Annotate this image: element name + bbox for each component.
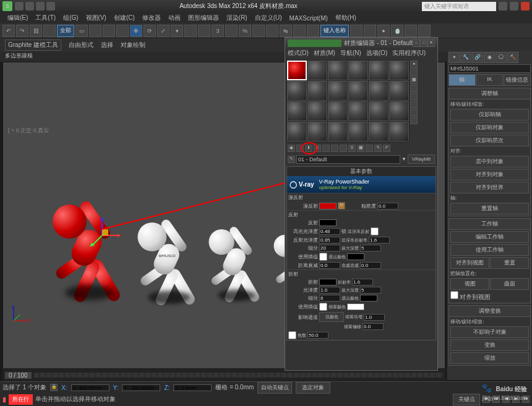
mat-dropdown-icon[interactable]: ▼: [401, 156, 406, 162]
goto-start-icon[interactable]: ⏮: [492, 395, 500, 403]
menu-graph-editors[interactable]: 图形编辑器: [186, 14, 221, 22]
options-icon[interactable]: [410, 109, 418, 116]
material-editor-titlebar[interactable]: 材质编辑器 - 01 - Default – □ ✕: [285, 38, 437, 49]
material-slot[interactable]: [287, 101, 307, 121]
fog-bias-spinner[interactable]: [363, 323, 384, 330]
select-by-name-button[interactable]: [89, 25, 101, 37]
percent-snap-button[interactable]: %: [239, 25, 251, 37]
coord-y-input[interactable]: [122, 384, 160, 391]
material-editor-button[interactable]: ●: [377, 25, 390, 37]
align-to-world-button[interactable]: 对齐到世界: [450, 182, 529, 193]
material-slot[interactable]: [389, 122, 409, 142]
menu-animation[interactable]: 动画: [166, 14, 183, 22]
put-to-library-icon[interactable]: [340, 145, 347, 152]
mat-minimize-button[interactable]: –: [413, 40, 420, 47]
affect-pivot-only-button[interactable]: 仅影响轴: [450, 109, 529, 121]
adjust-transform-rollout[interactable]: 调整变换: [449, 306, 530, 317]
mat-menu-navigation[interactable]: 导航(N): [340, 49, 361, 59]
snap-toggle-button[interactable]: 3: [212, 25, 224, 37]
align-to-view-checkbox[interactable]: [450, 291, 458, 299]
qat-redo-icon[interactable]: [46, 2, 55, 11]
render-frame-button[interactable]: [405, 25, 417, 37]
curve-editor-button[interactable]: [350, 25, 363, 37]
reset-pivot-button[interactable]: 重置轴: [450, 203, 529, 214]
material-slot[interactable]: [287, 122, 307, 142]
utilities-tab-icon[interactable]: 🔨: [507, 52, 518, 63]
material-slot[interactable]: [389, 61, 409, 80]
mat-menu-modes[interactable]: 模式(D): [288, 49, 309, 59]
mat-menu-utilities[interactable]: 实用程序(U): [392, 49, 426, 59]
refract-color-swatch[interactable]: [319, 279, 337, 285]
diffuse-color-swatch[interactable]: [319, 203, 337, 209]
menu-group[interactable]: 组(G): [61, 14, 80, 22]
fog-mult-spinner[interactable]: [364, 314, 385, 321]
menu-rendering[interactable]: 渲染(R): [224, 14, 250, 22]
show-end-result-icon[interactable]: [366, 145, 373, 152]
link-button[interactable]: ⛓: [30, 25, 42, 37]
material-slot[interactable]: [369, 122, 388, 142]
affect-hierarchy-button[interactable]: 仅影响层次: [450, 135, 529, 146]
background-icon[interactable]: ▦: [410, 77, 418, 84]
selection-filter-dropdown[interactable]: 全部: [57, 25, 74, 37]
pick-material-icon[interactable]: ✎: [288, 156, 295, 163]
center-to-object-button[interactable]: 居中到对象: [450, 156, 529, 167]
use-interp2-checkbox[interactable]: [319, 303, 327, 311]
material-slot[interactable]: [328, 101, 348, 121]
surface-button[interactable]: 曲面: [490, 278, 529, 290]
menu-create[interactable]: 创建(C): [111, 14, 137, 22]
diffuse-map-button[interactable]: M: [338, 202, 345, 209]
abbe-checkbox[interactable]: [288, 331, 296, 339]
ior-spinner[interactable]: [352, 279, 373, 285]
mat-maximize-button[interactable]: □: [420, 40, 427, 47]
roughness-spinner[interactable]: [377, 203, 398, 209]
menu-help[interactable]: 帮助(H): [333, 14, 359, 22]
goto-end-icon[interactable]: ⏭: [522, 395, 530, 403]
material-editor-window[interactable]: 材质编辑器 - 01 - Default – □ ✕ 模式(D) 材质(M) 导…: [285, 37, 438, 371]
hierarchy-tab-icon[interactable]: 🔗: [472, 52, 483, 63]
help-search-input[interactable]: 键入关键字或短语: [422, 2, 496, 11]
ribbon-tab-freeform[interactable]: 自由形式: [69, 41, 93, 49]
coord-x-input[interactable]: [71, 384, 109, 391]
menu-maxscript[interactable]: MAXScript(M): [287, 15, 330, 22]
material-slot[interactable]: [348, 101, 368, 121]
refr-exit-swatch[interactable]: [360, 295, 377, 302]
spinner-snap-button[interactable]: [252, 25, 265, 37]
menu-tools[interactable]: 工具(T): [33, 14, 58, 22]
linkinfo-tab[interactable]: 链接信息: [504, 74, 531, 86]
material-slot[interactable]: [307, 61, 327, 80]
modify-tab-icon[interactable]: 🔧: [460, 52, 471, 63]
prev-frame-icon[interactable]: ◀: [502, 395, 510, 403]
make-copy-icon[interactable]: [322, 145, 330, 152]
undo-button[interactable]: ↶: [2, 25, 15, 37]
select-scale-button[interactable]: ⤢: [157, 25, 169, 37]
affect-object-only-button[interactable]: 仅影响对象: [450, 122, 529, 133]
render-setup-button[interactable]: 🍵: [391, 25, 403, 37]
scale-button[interactable]: 缩放: [450, 352, 529, 364]
video-check-icon[interactable]: [410, 93, 418, 100]
auto-key-button[interactable]: 自动关键点: [257, 382, 292, 394]
dont-affect-children-button[interactable]: 不影响子对象: [450, 326, 529, 338]
abbe-spinner[interactable]: [307, 332, 328, 339]
material-slot[interactable]: [369, 101, 388, 121]
select-object-button[interactable]: ▭: [75, 25, 88, 37]
select-by-mat-icon[interactable]: [410, 117, 418, 124]
qat-open-icon[interactable]: [15, 2, 24, 11]
ik-tab[interactable]: IK: [476, 74, 504, 86]
edit-working-pivot-button[interactable]: 编辑工作轴: [450, 231, 529, 243]
material-slot[interactable]: [328, 81, 348, 101]
redo-button[interactable]: ↷: [16, 25, 28, 37]
select-move-button[interactable]: ✥: [130, 25, 142, 37]
play-button[interactable]: ▶: [483, 395, 490, 403]
fresnel-ior-spinner[interactable]: [369, 237, 390, 243]
set-key-button[interactable]: 关键点: [453, 394, 480, 405]
named-selection-input[interactable]: 键入名称: [320, 25, 349, 37]
render-button[interactable]: [418, 25, 431, 37]
mirror-button[interactable]: ⇋: [280, 25, 292, 37]
material-slot[interactable]: [348, 122, 368, 142]
affect-channels-dropdown[interactable]: 仅颜色: [319, 312, 344, 322]
hilight-gloss-spinner[interactable]: [319, 228, 340, 235]
go-forward-icon[interactable]: ↱: [383, 145, 390, 152]
material-slot[interactable]: [307, 81, 327, 101]
schematic-view-button[interactable]: [364, 25, 376, 37]
menu-views[interactable]: 视图(V): [84, 14, 109, 22]
